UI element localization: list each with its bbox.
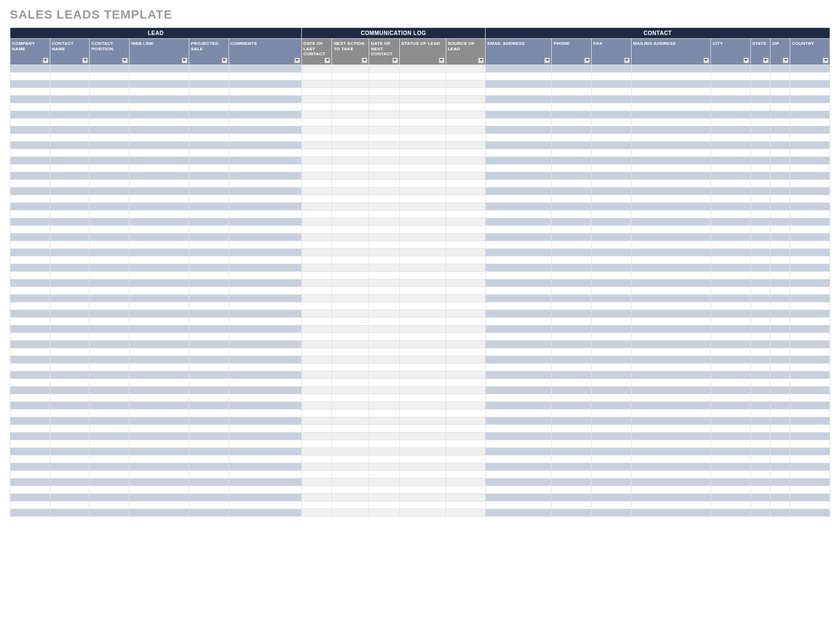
cell[interactable] [129,501,189,509]
cell[interactable] [129,210,189,218]
cell[interactable] [592,378,632,386]
cell[interactable] [10,279,50,287]
cell[interactable] [592,302,632,310]
cell[interactable] [332,233,369,241]
cell[interactable] [332,218,369,225]
cell[interactable] [332,355,369,363]
cell[interactable] [301,463,332,470]
cell[interactable] [631,386,710,394]
cell[interactable] [10,317,50,325]
cell[interactable] [770,256,790,264]
cell[interactable] [710,463,750,470]
cell[interactable] [332,409,369,417]
cell[interactable] [189,271,229,279]
cell[interactable] [129,141,189,149]
cell[interactable] [486,80,552,88]
cell[interactable] [770,141,790,149]
cell[interactable] [301,218,332,225]
cell[interactable] [790,225,830,233]
cell[interactable] [129,179,189,187]
cell[interactable] [332,65,369,72]
cell[interactable] [369,133,400,141]
cell[interactable] [301,294,332,302]
cell[interactable] [631,348,710,355]
cell[interactable] [50,164,90,172]
cell[interactable] [369,172,400,179]
cell[interactable] [552,424,592,432]
cell[interactable] [229,478,301,486]
cell[interactable] [90,103,130,110]
cell[interactable] [50,126,90,133]
cell[interactable] [592,65,632,72]
cell[interactable] [129,371,189,378]
cell[interactable] [446,210,486,218]
cell[interactable] [10,195,50,202]
cell[interactable] [486,478,552,486]
cell[interactable] [631,363,710,371]
cell[interactable] [750,264,770,271]
cell[interactable] [399,118,446,126]
cell[interactable] [301,470,332,478]
cell[interactable] [750,417,770,424]
cell[interactable] [446,355,486,363]
cell[interactable] [631,501,710,509]
cell[interactable] [446,164,486,172]
cell[interactable] [189,110,229,118]
cell[interactable] [90,80,130,88]
cell[interactable] [369,478,400,486]
cell[interactable] [770,470,790,478]
cell[interactable] [399,210,446,218]
cell[interactable] [770,371,790,378]
cell[interactable] [332,110,369,118]
cell[interactable] [129,80,189,88]
cell[interactable] [50,279,90,287]
cell[interactable] [552,432,592,440]
cell[interactable] [592,88,632,95]
cell[interactable] [486,279,552,287]
cell[interactable] [790,493,830,501]
cell[interactable] [10,179,50,187]
cell[interactable] [369,440,400,447]
cell[interactable] [486,233,552,241]
cell[interactable] [369,302,400,310]
cell[interactable] [399,371,446,378]
cell[interactable] [486,325,552,333]
cell[interactable] [750,424,770,432]
cell[interactable] [369,72,400,80]
cell[interactable] [301,478,332,486]
cell[interactable] [486,470,552,478]
cell[interactable] [10,172,50,179]
cell[interactable] [50,455,90,463]
cell[interactable] [369,233,400,241]
cell[interactable] [369,164,400,172]
cell[interactable] [486,103,552,110]
cell[interactable] [750,386,770,394]
cell[interactable] [189,118,229,126]
cell[interactable] [229,218,301,225]
cell[interactable] [486,118,552,126]
cell[interactable] [399,363,446,371]
cell[interactable] [790,141,830,149]
cell[interactable] [129,187,189,195]
cell[interactable] [631,455,710,463]
cell[interactable] [301,225,332,233]
cell[interactable] [790,256,830,264]
cell[interactable] [90,340,130,348]
cell[interactable] [750,210,770,218]
cell[interactable] [332,72,369,80]
cell[interactable] [369,279,400,287]
cell[interactable] [631,325,710,333]
cell[interactable] [229,486,301,493]
cell[interactable] [10,149,50,156]
cell[interactable] [129,156,189,164]
cell[interactable] [129,302,189,310]
cell[interactable] [446,187,486,195]
cell[interactable] [750,149,770,156]
cell[interactable] [710,317,750,325]
cell[interactable] [369,394,400,401]
cell[interactable] [790,248,830,256]
cell[interactable] [710,126,750,133]
cell[interactable] [446,409,486,417]
cell[interactable] [710,394,750,401]
cell[interactable] [552,195,592,202]
